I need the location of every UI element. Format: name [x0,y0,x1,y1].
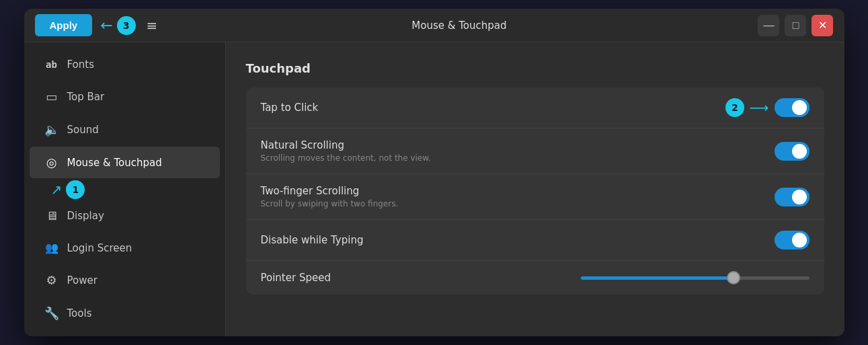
titlebar: Apply ← 3 ≡ Mouse & Touchpad — □ ✕ [24,9,844,42]
natural-scrolling-label-wrap: Natural Scrolling Scrolling moves the co… [261,139,431,163]
setting-row-pointer-speed: Pointer Speed [246,261,824,295]
setting-row-tap-to-click: Tap to Click 2 ⟶ [246,87,824,128]
pointer-speed-slider-wrap [581,276,810,280]
power-icon: ⚙ [44,273,59,287]
natural-scrolling-toggle[interactable] [775,142,810,161]
sidebar: ab Fonts ▭ Top Bar 🔈 Sound ◎ Mouse & Tou… [24,42,226,336]
toggle-thumb-4 [792,233,807,247]
sidebar-item-label-fonts: Fonts [67,59,94,71]
sidebar-item-tools[interactable]: 🔧 Tools [30,297,220,329]
arrow-left-icon: ← [100,18,112,33]
sidebar-item-power[interactable]: ⚙ Power [30,264,220,296]
apply-button[interactable]: Apply [35,14,93,36]
two-finger-scrolling-label-wrap: Two-finger Scrolling Scroll by swiping w… [261,185,399,208]
pointer-speed-label: Pointer Speed [261,272,331,284]
sidebar-item-display[interactable]: 🖥 Display [30,200,220,231]
window-title: Mouse & Touchpad [411,20,506,32]
annotation-2: 2 ⟶ [725,98,810,117]
tap-to-click-toggle[interactable] [775,98,810,117]
top-bar-icon: ▭ [44,89,59,104]
setting-row-two-finger-scrolling: Two-finger Scrolling Scroll by swiping w… [246,174,824,220]
sidebar-item-login-screen[interactable]: 👥 Login Screen [30,233,220,263]
tap-to-click-label: Tap to Click [261,102,319,114]
mouse-touchpad-icon: ◎ [44,155,59,169]
main-content: Touchpad Tap to Click 2 ⟶ [226,42,844,336]
annotation-1: ↗ 1 [24,180,225,199]
sidebar-item-label-login-screen: Login Screen [67,242,132,254]
pointer-speed-slider[interactable] [581,276,810,280]
titlebar-left: Apply ← 3 ≡ [35,14,161,36]
sidebar-item-label-mouse-touchpad: Mouse & Touchpad [67,157,162,169]
content-area: ab Fonts ▭ Top Bar 🔈 Sound ◎ Mouse & Tou… [24,42,844,336]
setting-row-natural-scrolling: Natural Scrolling Scrolling moves the co… [246,128,824,174]
sound-icon: 🔈 [44,122,59,137]
sidebar-item-mouse-touchpad[interactable]: ◎ Mouse & Touchpad [30,147,220,178]
toggle-thumb-2 [792,144,807,159]
sidebar-item-sound[interactable]: 🔈 Sound [30,114,220,145]
tap-to-click-label-wrap: Tap to Click [261,102,319,114]
setting-row-disable-while-typing: Disable while Typing [246,220,824,261]
natural-scrolling-sublabel: Scrolling moves the content, not the vie… [261,153,431,163]
toggle-thumb [792,100,807,115]
two-finger-scrolling-sublabel: Scroll by swiping with two fingers. [261,199,399,208]
close-button[interactable]: ✕ [812,15,833,36]
disable-while-typing-label: Disable while Typing [261,234,364,246]
sidebar-item-label-tools: Tools [67,307,92,319]
settings-card: Tap to Click 2 ⟶ Natu [246,87,824,295]
app-window: Apply ← 3 ≡ Mouse & Touchpad — □ ✕ ab Fo… [24,9,844,336]
disable-while-typing-toggle[interactable] [775,231,810,250]
two-finger-scrolling-toggle[interactable] [775,188,810,206]
two-finger-scrolling-label: Two-finger Scrolling [261,185,399,197]
tools-icon: 🔧 [44,306,59,320]
sidebar-item-label-sound: Sound [67,124,99,136]
hamburger-icon[interactable]: ≡ [144,15,161,36]
sidebar-item-label-display: Display [67,210,104,222]
sidebar-item-label-top-bar: Top Bar [67,91,105,103]
annotation-3: ← 3 [100,16,135,35]
sidebar-item-fonts[interactable]: ab Fonts [30,50,220,79]
display-icon: 🖥 [44,208,59,223]
maximize-button[interactable]: □ [785,15,806,36]
titlebar-controls: — □ ✕ [758,15,833,36]
natural-scrolling-label: Natural Scrolling [261,139,431,151]
section-title: Touchpad [246,61,824,75]
fonts-icon: ab [44,59,59,70]
arrow-up-right-icon: ↗ [51,182,63,198]
arrow-right-icon: ⟶ [750,100,769,116]
badge-1: 1 [66,180,85,199]
sidebar-item-top-bar[interactable]: ▭ Top Bar [30,81,220,112]
sidebar-item-label-power: Power [67,274,97,286]
toggle-thumb-3 [792,190,807,204]
badge-3: 3 [117,16,136,35]
login-screen-icon: 👥 [44,241,59,254]
badge-2: 2 [725,98,744,117]
disable-while-typing-label-wrap: Disable while Typing [261,234,364,246]
minimize-button[interactable]: — [758,15,779,36]
